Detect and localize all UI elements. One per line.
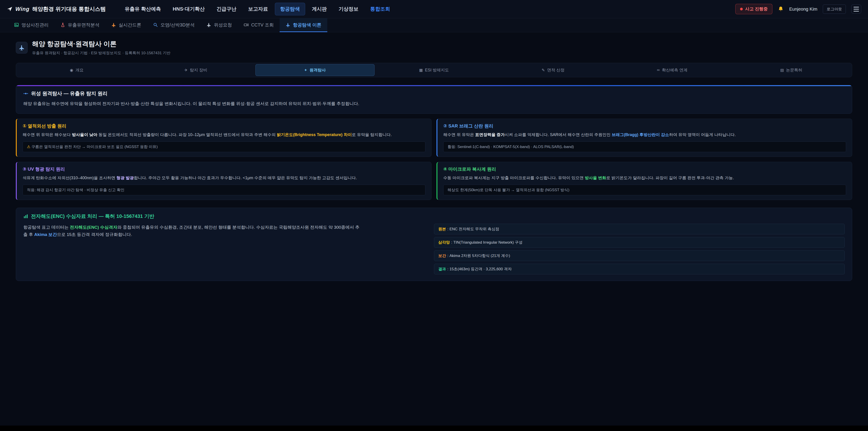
subnav-item-satellite-request[interactable]: 위성요청 [200, 18, 238, 32]
page-header: 해양 항공탐색·원격탐사 이론 유출유 원격탐지 · 항공감시 기법 · ESI… [16, 39, 852, 56]
cctv-camera-icon [244, 22, 249, 27]
logo-title: 해양환경 위기대응 통합시스템 [32, 5, 105, 13]
nav-item-integrated-search[interactable]: 통합조회 [365, 3, 395, 15]
subnav-label: 영상사진관리 [22, 22, 49, 28]
page-icon-box [16, 42, 28, 54]
plane-icon: ✈ [184, 68, 188, 72]
card-body: 해수면 위 유막은 해수보다 방사율이 낮아 동일 온도에서도 적외선 방출량이… [23, 132, 426, 138]
enc-step-result: 결과: 15초(463m) 등간격 · 3,225,600 격자 [434, 264, 845, 274]
nav-item-reports[interactable]: 보고자료 [243, 3, 273, 15]
enc-step-source: 원본: ENC 전자해도 무작위 측심점 [434, 224, 845, 235]
main-nav: 유출유 확산예측 HNS·대기확산 긴급구난 보고자료 항공탐색 게시판 기상정… [120, 3, 735, 16]
card-sar-bragg: ② SAR 브래그 산란 원리 해수면 위 유막은 표면장력을 증가시켜 소파를… [436, 119, 852, 157]
remote-sensing-description: 해양 유출유는 해수면에 유막을 형성하여 전자기파 반사·방출·산란 특성을 … [23, 100, 845, 107]
satellite-icon [23, 91, 28, 96]
nav-item-oil-spill-prediction[interactable]: 유출유 확산예측 [120, 3, 166, 15]
bell-icon [778, 6, 784, 12]
tab-label: 확산예측 연계 [662, 67, 687, 73]
enc-step-label: 원본 [438, 227, 446, 231]
main-content: 해양 항공탐색·원격탐사 이론 유출유 원격탐지 · 항공감시 기법 · ESI… [0, 32, 868, 281]
enc-depth-section: 전자해도(ENC) 수심자료 처리 — 특허 10-1567431 기반 항공탐… [16, 208, 852, 281]
tab-label: ESI 방제지도 [425, 67, 449, 73]
enc-step-label: 결과 [438, 267, 446, 271]
subnav-label: 실시간드론 [119, 22, 141, 28]
page-subtitle: 유출유 원격탐지 · 항공감시 기법 · ESI 방제정보지도 · 등록특허 1… [32, 51, 170, 56]
card-thermal-infrared: ① 열적외선 방출 원리 해수면 위 유막은 해수보다 방사율이 낮아 동일 온… [16, 119, 432, 157]
subnav-item-cctv[interactable]: CCTV 조회 [238, 18, 280, 32]
tab-label: 개요 [75, 67, 84, 73]
magnifier-icon [153, 22, 158, 27]
tab-remote-sensing[interactable]: ✦원격탐사 [255, 64, 375, 76]
enc-section-title: 전자해도(ENC) 수심자료 처리 — 특허 10-1567431 기반 [23, 213, 845, 220]
enc-step-text: : 15초(463m) 등간격 · 3,225,600 격자 [447, 267, 512, 271]
satellite-icon: ✦ [304, 68, 307, 72]
tab-label: 원격탐사 [309, 67, 326, 73]
subnav-label: CCTV 조회 [251, 22, 274, 28]
nav-item-weather[interactable]: 기상정보 [334, 3, 364, 15]
bar-chart-icon [23, 214, 28, 219]
screen-bottom-strip [0, 426, 868, 431]
enc-step-label: 삼각망 [438, 240, 450, 245]
enc-step-text: : ENC 전자해도 무작위 측심점 [447, 227, 499, 231]
app-logo[interactable]: Wing 해양환경 위기대응 통합시스템 [7, 5, 106, 13]
hamburger-menu-icon[interactable] [851, 4, 861, 13]
status-dot-icon [740, 8, 743, 10]
subnav-item-oil-area-analysis[interactable]: 유출유면적분석 [55, 18, 105, 32]
subnav-label: 오염/선박3D분석 [160, 22, 195, 28]
page-title: 해양 항공탐색·원격탐사 이론 [32, 39, 170, 49]
document-icon: ▤ [780, 68, 784, 72]
section-title-text: 위성 원격탐사 — 유출유 탐지 원리 [31, 90, 107, 97]
nav-item-hns-air-diffusion[interactable]: HNS·대기확산 [168, 3, 210, 15]
secondary-nav: 영상사진관리 유출유면적분석 실시간드론 오염/선박3D분석 위성요청 CCTV… [0, 18, 868, 32]
card-note: 적용: 해경 감시 항공기 야간 탐색 · 비정상 유출 신고 확인 [23, 185, 426, 195]
card-title: ② SAR 브래그 산란 원리 [443, 123, 846, 129]
aerial-search-icon [19, 44, 25, 51]
card-body: 석유계 탄화수소에 자외선(310–400nm)을 조사하면 형광 발광합니다.… [23, 175, 426, 181]
theory-tab-bar: ◉개요 ✈탐지 장비 ✦원격탐사 ▦ESI 방제지도 ✎면적 산정 ∞확산예측 … [16, 63, 852, 77]
subnav-item-pollution-ship-3d[interactable]: 오염/선박3D분석 [147, 18, 200, 32]
satellite-plane-icon [206, 22, 211, 27]
tab-area-calculation[interactable]: ✎면적 산정 [493, 64, 613, 76]
card-microwave-radiometer: ④ 마이크로파 복사계 원리 수동 마이크로파 복사계는 지구 방출 마이크로파… [436, 162, 852, 200]
image-icon [14, 22, 19, 27]
logout-button[interactable]: 로그아웃 [823, 4, 846, 14]
drone-plane-icon [111, 22, 116, 27]
section-title-text: 전자해도(ENC) 수심자료 처리 — 특허 10-1567431 기반 [31, 213, 154, 220]
subnav-label: 항공탐색 이론 [293, 22, 321, 28]
remote-sensing-title: 위성 원격탐사 — 유출유 탐지 원리 [23, 90, 845, 97]
nav-item-board[interactable]: 게시판 [307, 3, 332, 15]
card-body: 해수면 위 유막은 표면장력을 증가시켜 소파를 억제합니다. SAR에서 해수… [443, 132, 846, 138]
nav-item-aerial-search[interactable]: 항공탐색 [275, 3, 305, 16]
card-title: ① 열적외선 방출 원리 [23, 123, 426, 129]
tab-diffusion-link[interactable]: ∞확산예측 연계 [613, 64, 732, 76]
subnav-label: 위성요청 [214, 22, 232, 28]
notifications-button[interactable] [778, 6, 784, 12]
subnav-label: 유출유면적분석 [68, 22, 99, 28]
enc-processing-steps: 원본: ENC 전자해도 무작위 측심점 삼각망: TIN(Triangulat… [434, 224, 845, 274]
subnav-item-image-management[interactable]: 영상사진관리 [8, 18, 55, 32]
tab-overview[interactable]: ◉개요 [17, 64, 136, 76]
tab-esi-map[interactable]: ▦ESI 방제지도 [375, 64, 494, 76]
enc-description: 항공탐색 표고 데이터는 전자해도(ENC) 수심격자와 중첩되어 유출유의 수… [23, 224, 360, 239]
enc-step-tin: 삼각망: TIN(Triangulated Irregular Network)… [434, 237, 845, 248]
navbar-right: 사고 진행중 Eunjeong Kim 로그아웃 [735, 4, 861, 14]
plane-icon [285, 22, 290, 27]
subnav-item-realtime-drone[interactable]: 실시간드론 [105, 18, 147, 32]
enc-step-label: 보간 [438, 254, 446, 258]
enc-content: 항공탐색 표고 데이터는 전자해도(ENC) 수심격자와 중첩되어 유출유의 수… [23, 224, 845, 274]
tab-papers-patents[interactable]: ▤논문특허 [732, 64, 851, 76]
overview-icon: ◉ [70, 68, 73, 72]
principle-cards-grid: ① 열적외선 방출 원리 해수면 위 유막은 해수보다 방사율이 낮아 동일 온… [16, 119, 852, 200]
logo-mark: Wing [16, 6, 29, 12]
tab-label: 논문특허 [786, 67, 802, 73]
tab-label: 탐지 장비 [190, 67, 207, 73]
nav-item-emergency-rescue[interactable]: 긴급구난 [212, 3, 241, 15]
tab-detection-equipment[interactable]: ✈탐지 장비 [136, 64, 255, 76]
incident-status-badge[interactable]: 사고 진행중 [735, 4, 772, 14]
page-header-text: 해양 항공탐색·원격탐사 이론 유출유 원격탐지 · 항공감시 기법 · ESI… [32, 39, 170, 56]
enc-step-text: : Akima 2차원 5차다항식 (21개 계수) [447, 254, 510, 258]
pencil-icon: ✎ [541, 68, 545, 72]
status-badge-label: 사고 진행중 [745, 6, 768, 12]
wing-logo-icon [7, 6, 13, 12]
subnav-item-aerial-search-theory[interactable]: 항공탐색 이론 [280, 18, 327, 32]
